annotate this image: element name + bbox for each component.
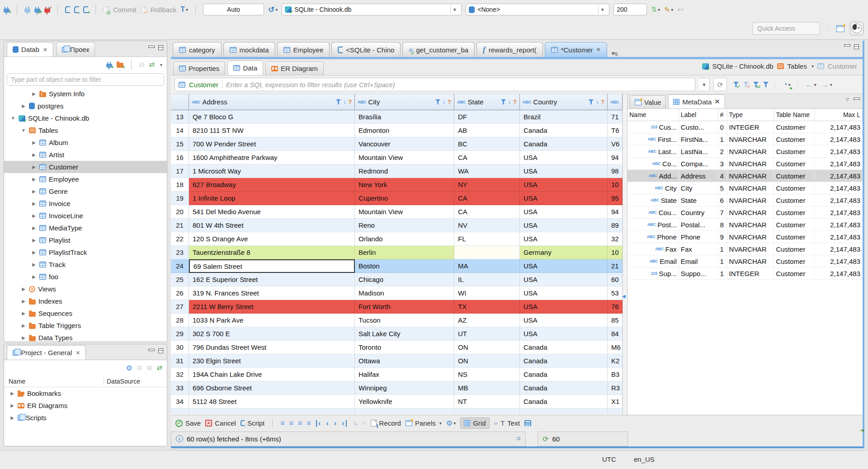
fetch-previous-icon[interactable]: ←▾: [805, 80, 816, 89]
cell-address[interactable]: 69 Salem Street: [189, 259, 355, 273]
metadata-row-city[interactable]: ABCCityCity5NVARCHARCustomer2,147,483: [627, 182, 863, 194]
cell-state[interactable]: ON: [454, 341, 520, 354]
cell-extra[interactable]: V6: [608, 137, 623, 151]
column-filter-icon[interactable]: [435, 99, 440, 104]
new-connection-button[interactable]: +: [106, 62, 112, 68]
transaction-log-button[interactable]: T▾: [180, 5, 188, 14]
quick-access-input[interactable]: Quick Access: [752, 22, 820, 35]
meta-column-table-name[interactable]: Table Name: [774, 109, 815, 121]
chevron-collapsed-icon[interactable]: ▶: [31, 177, 37, 182]
cell-city[interactable]: Madison: [355, 286, 454, 300]
refresh-button[interactable]: ⟳: [713, 78, 727, 91]
metadata-row-email[interactable]: ABCEmailEmail1NVARCHARCustomer2,147,483: [627, 255, 863, 267]
row-number[interactable]: 33: [171, 381, 189, 395]
cell-country[interactable]: Canada: [520, 368, 608, 381]
chevron-collapsed-icon[interactable]: ▶: [31, 274, 37, 279]
next-row-button[interactable]: ›: [334, 419, 337, 427]
tab-projects[interactable]: Проек: [56, 42, 95, 56]
cell-address[interactable]: 302 S 700 E: [189, 327, 355, 341]
metadata-row-country[interactable]: ABCCou...Country7NVARCHARCustomer2,147,4…: [627, 206, 863, 219]
cell-country[interactable]: Canada: [520, 395, 608, 408]
save-button[interactable]: ✓Save: [175, 419, 201, 427]
cell-country[interactable]: USA: [520, 164, 608, 178]
cell-country[interactable]: USA: [520, 314, 608, 327]
tree-item-postgres[interactable]: ▶postgres: [4, 100, 167, 112]
cell-state[interactable]: WI: [454, 286, 520, 300]
chevron-collapsed-icon[interactable]: ▶: [21, 335, 26, 340]
cell-city[interactable]: Reno: [355, 219, 454, 232]
column-header-address[interactable]: ABCAddress↕?: [189, 94, 355, 110]
column-help-icon[interactable]: ?: [348, 98, 352, 105]
column-help-icon[interactable]: ?: [448, 98, 451, 105]
last-row-button[interactable]: ›|: [342, 419, 348, 427]
new-connection-button[interactable]: +: [4, 7, 9, 13]
panels-button[interactable]: Panels▾: [406, 419, 442, 427]
tree-item-invoiceline[interactable]: ▶InvoiceLine: [4, 210, 167, 222]
cell-country[interactable]: Canada: [520, 341, 608, 354]
back-button[interactable]: ↩: [677, 5, 684, 14]
expand-all-button[interactable]: ⊞: [147, 364, 152, 371]
editor-tab-mockdata[interactable]: mockdata: [223, 42, 275, 57]
editor-tab-employee[interactable]: Employee: [277, 42, 330, 57]
cell-extra[interactable]: 84: [608, 327, 623, 341]
grid-view-button[interactable]: Grid: [460, 417, 489, 429]
column-sort-icon[interactable]: ↕: [596, 99, 599, 105]
apply-filter-icon[interactable]: ✓: [733, 82, 739, 87]
row-number[interactable]: 14: [171, 124, 189, 137]
meta-column-max-l[interactable]: Max L: [815, 109, 863, 121]
tree-item-genre[interactable]: ▶Genre: [4, 185, 167, 197]
tree-item-data-types[interactable]: ▶Data Types: [4, 332, 167, 342]
txn-mode-select[interactable]: Auto: [203, 4, 264, 15]
cell-extra[interactable]: 85: [608, 314, 623, 327]
cell-country[interactable]: USA: [520, 327, 608, 341]
cell-state[interactable]: WA: [454, 164, 520, 178]
collapse-all-button[interactable]: ⊟: [137, 364, 142, 371]
maximize-icon[interactable]: [158, 348, 163, 353]
cell-city[interactable]: New York: [355, 178, 454, 192]
metadata-row-lastna[interactable]: ABCLast...LastNa...2NVARCHARCustomer2,14…: [627, 145, 863, 158]
sql-filter-input[interactable]: Customer Enter a SQL expression to filte…: [175, 78, 695, 91]
cell-state[interactable]: AZ: [454, 314, 520, 327]
cell-extra[interactable]: 89: [608, 219, 623, 232]
chevron-collapsed-icon[interactable]: ▶: [31, 225, 37, 230]
editor-tab-rewards-report[interactable]: frewards_report(: [476, 42, 543, 57]
row-number[interactable]: 31: [171, 354, 189, 368]
row-number[interactable]: 17: [171, 164, 189, 178]
cell-address[interactable]: Tauentzienstraße 8: [189, 246, 355, 259]
link-with-editor-button[interactable]: ⇄: [149, 61, 155, 69]
chevron-collapsed-icon[interactable]: ▶: [31, 250, 37, 255]
cell-city[interactable]: Edmonton: [355, 124, 454, 137]
go-to-row-icon[interactable]: ↳: [353, 420, 358, 427]
row-number[interactable]: 34: [171, 395, 189, 408]
cancel-button[interactable]: ✕Cancel: [205, 419, 236, 427]
metadata-row-firstna[interactable]: ABCFirst...FirstNa...1NVARCHARCustomer2,…: [627, 133, 863, 145]
tab-value[interactable]: Value: [630, 95, 666, 108]
meta-column-[interactable]: #: [718, 109, 727, 121]
chevron-collapsed-icon[interactable]: ▶: [31, 164, 37, 169]
row-number[interactable]: 23: [171, 246, 189, 259]
cell-city[interactable]: Berlin: [355, 246, 454, 259]
breadcrumb-datasource[interactable]: SQLite - Chinook.db: [712, 62, 774, 70]
cell-city[interactable]: Vancouver: [355, 137, 454, 151]
cell-city[interactable]: Fort Worth: [355, 300, 454, 314]
chevron-collapsed-icon[interactable]: ▶: [31, 201, 37, 206]
cell-extra[interactable]: 53: [608, 286, 623, 300]
object-filter-input[interactable]: Type part of object name to filter: [7, 73, 164, 86]
cell-country[interactable]: USA: [520, 273, 608, 286]
pin-column-icon[interactable]: ⌗: [517, 435, 521, 443]
tree-item-mediatype[interactable]: ▶MediaType: [4, 222, 167, 234]
editor-tab-get-customer-ba[interactable]: ≡✓get_customer_ba: [402, 42, 475, 57]
column-header-partial[interactable]: ABC: [608, 94, 623, 110]
cell-address[interactable]: 796 Dundas Street West: [189, 341, 355, 354]
record-button[interactable]: ℹRecord: [371, 419, 401, 427]
tab-er-diagram[interactable]: ER Diagram: [265, 61, 324, 75]
project-item-bookmarks[interactable]: ▶Bookmarks: [4, 387, 167, 399]
cell-state[interactable]: NY: [454, 178, 520, 192]
column-header-state[interactable]: ABCState↕?: [454, 94, 520, 110]
cell-city[interactable]: Mountain View: [355, 151, 454, 164]
cell-country[interactable]: USA: [520, 286, 608, 300]
chevron-collapsed-icon[interactable]: ▶: [31, 189, 37, 194]
chevron-collapsed-icon[interactable]: ▶: [9, 391, 15, 396]
cell-country[interactable]: Canada: [520, 354, 608, 368]
cell-city[interactable]: Mountain View: [355, 205, 454, 219]
